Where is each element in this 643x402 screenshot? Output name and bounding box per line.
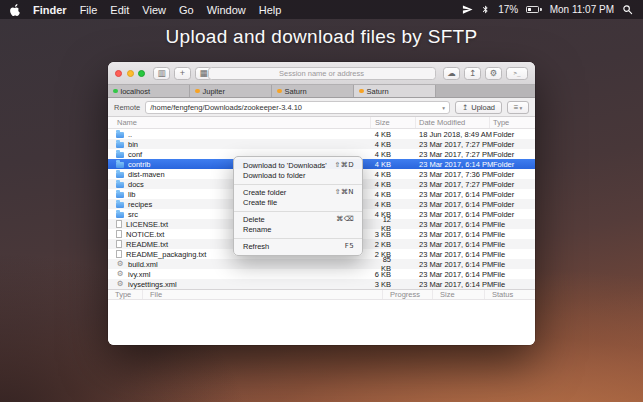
- session-tab-localhost-0[interactable]: localhost: [108, 85, 190, 97]
- context-menu-item[interactable]: Download to folder: [234, 171, 362, 182]
- settings-gear-button[interactable]: [485, 67, 502, 80]
- menu-item-help[interactable]: Help: [259, 4, 282, 16]
- file-row[interactable]: bin4 KB23 Mar 2017, 7:27 PMFolder: [108, 139, 535, 149]
- battery-icon[interactable]: [526, 6, 542, 13]
- cloud-sync-button[interactable]: [443, 67, 460, 80]
- file-name: bin: [128, 140, 138, 149]
- file-icon: [116, 220, 122, 228]
- file-name: dist-maven: [128, 170, 165, 179]
- file-type: Folder: [490, 170, 535, 179]
- file-name: conf: [128, 150, 142, 159]
- menu-item-shortcut: ⇧⌘N: [335, 188, 354, 196]
- menu-item-edit[interactable]: Edit: [110, 4, 129, 16]
- list-options-button[interactable]: [507, 101, 529, 114]
- xml-icon: ⚙: [116, 280, 124, 288]
- transfer-column-type[interactable]: Type: [108, 290, 143, 299]
- folder-icon: [116, 212, 124, 218]
- file-name: ..: [128, 130, 132, 139]
- apple-menu-icon[interactable]: [10, 4, 20, 16]
- context-menu-item[interactable]: Delete⌘⌫: [234, 214, 362, 225]
- app-menu-name[interactable]: Finder: [33, 4, 67, 16]
- context-menu-item[interactable]: Rename: [234, 225, 362, 236]
- minimize-button[interactable]: [127, 70, 134, 77]
- column-header-name[interactable]: Name: [108, 117, 371, 128]
- file-row[interactable]: ⚙ivy.xml6 KB23 Mar 2017, 6:14 PMFile: [108, 269, 535, 279]
- paper-plane-icon[interactable]: [462, 4, 473, 15]
- transfer-column-progress[interactable]: Progress: [383, 290, 433, 299]
- remote-path-field[interactable]: /home/fengfeng/Downloads/zookeeper-3.4.1…: [145, 101, 450, 114]
- file-type: File: [490, 240, 535, 249]
- transfer-column-status[interactable]: Status: [485, 290, 535, 299]
- menu-item-view[interactable]: View: [142, 4, 166, 16]
- path-dropdown-chevron-icon[interactable]: [442, 103, 445, 112]
- transfer-column-file[interactable]: File: [143, 290, 383, 299]
- file-modified: 23 Mar 2017, 6:14 PM: [416, 240, 490, 249]
- session-tab-jupiter-1[interactable]: Jupiter: [190, 85, 272, 97]
- terminal-button[interactable]: [506, 67, 528, 80]
- context-menu-item[interactable]: Create file: [234, 198, 362, 209]
- share-upload-button[interactable]: [464, 67, 481, 80]
- menu-item-label: Create folder: [243, 188, 286, 197]
- column-header-date-modified[interactable]: Date Modified: [416, 117, 490, 128]
- transfer-column-size[interactable]: Size: [433, 290, 485, 299]
- window-toolbar: Session name or address: [108, 62, 535, 85]
- file-modified: 23 Mar 2017, 6:14 PM: [416, 230, 490, 239]
- menu-item-shortcut: F5: [345, 242, 354, 250]
- remote-label: Remote: [114, 103, 140, 112]
- menu-bar-clock[interactable]: Mon 11:07 PM: [550, 4, 614, 15]
- menu-item-go[interactable]: Go: [179, 4, 194, 16]
- file-name-cell: bin: [108, 140, 371, 149]
- file-size: 4 KB: [371, 180, 416, 189]
- remote-path-bar: Remote /home/fengfeng/Downloads/zookeepe…: [108, 98, 535, 117]
- new-session-button[interactable]: [174, 67, 191, 80]
- menu-item-label: Rename: [243, 225, 271, 234]
- file-modified: 23 Mar 2017, 6:14 PM: [416, 220, 490, 229]
- battery-body: [526, 6, 539, 13]
- session-tab-saturn-3[interactable]: Saturn: [354, 85, 436, 97]
- file-row[interactable]: ..4 KB18 Jun 2018, 8:49 AMFolder: [108, 129, 535, 139]
- view-columns-button[interactable]: [153, 67, 170, 80]
- list-icon: [514, 103, 519, 112]
- menu-item-shortcut: ⇧⌘D: [335, 161, 354, 169]
- file-row[interactable]: ⚙build.xml85 KB23 Mar 2017, 6:14 PMFile: [108, 259, 535, 269]
- column-header-size[interactable]: Size: [371, 117, 416, 128]
- close-button[interactable]: [115, 70, 122, 77]
- file-name: ivysettings.xml: [128, 280, 177, 289]
- column-header-type[interactable]: Type: [490, 117, 535, 128]
- tab-label: localhost: [121, 87, 151, 96]
- transfer-table-header: Type File Progress Size Status: [108, 289, 535, 300]
- file-name-cell: ⚙ivysettings.xml: [108, 280, 371, 289]
- file-row[interactable]: ⚙ivysettings.xml3 KB23 Mar 2017, 6:14 PM…: [108, 279, 535, 289]
- upload-button-label: Upload: [471, 103, 495, 112]
- file-type: File: [490, 270, 535, 279]
- zoom-button[interactable]: [138, 70, 145, 77]
- tab-label: Jupiter: [203, 87, 226, 96]
- file-name: src: [128, 210, 138, 219]
- folder-icon: [116, 132, 124, 138]
- tab-label: Saturn: [367, 87, 389, 96]
- menu-item-label: Create file: [243, 198, 277, 207]
- context-menu: Download to 'Downloads'⇧⌘DDownload to fo…: [233, 156, 363, 256]
- session-tab-saturn-2[interactable]: Saturn: [272, 85, 354, 97]
- file-name-cell: ⚙ivy.xml: [108, 270, 371, 279]
- menu-item-window[interactable]: Window: [207, 4, 246, 16]
- context-menu-item[interactable]: Download to 'Downloads'⇧⌘D: [234, 160, 362, 171]
- context-menu-item[interactable]: Create folder⇧⌘N: [234, 187, 362, 198]
- upload-button[interactable]: Upload: [455, 101, 502, 114]
- file-icon: [116, 240, 122, 248]
- file-icon: [116, 250, 122, 258]
- bluetooth-icon[interactable]: [481, 4, 490, 15]
- folder-icon: [116, 142, 124, 148]
- upload-arrow-icon: [462, 103, 468, 112]
- file-modified: 23 Mar 2017, 6:14 PM: [416, 250, 490, 259]
- file-size: 4 KB: [371, 170, 416, 179]
- file-name: LICENSE.txt: [126, 220, 168, 229]
- spotlight-search-icon[interactable]: [622, 4, 633, 15]
- file-modified: 18 Jun 2018, 8:49 AM: [416, 130, 490, 139]
- context-menu-item[interactable]: RefreshF5: [234, 241, 362, 252]
- file-modified: 23 Mar 2017, 7:27 PM: [416, 140, 490, 149]
- menu-item-file[interactable]: File: [80, 4, 98, 16]
- file-type: File: [490, 230, 535, 239]
- session-address-field[interactable]: Session name or address: [208, 67, 436, 80]
- file-name: contrib: [128, 160, 151, 169]
